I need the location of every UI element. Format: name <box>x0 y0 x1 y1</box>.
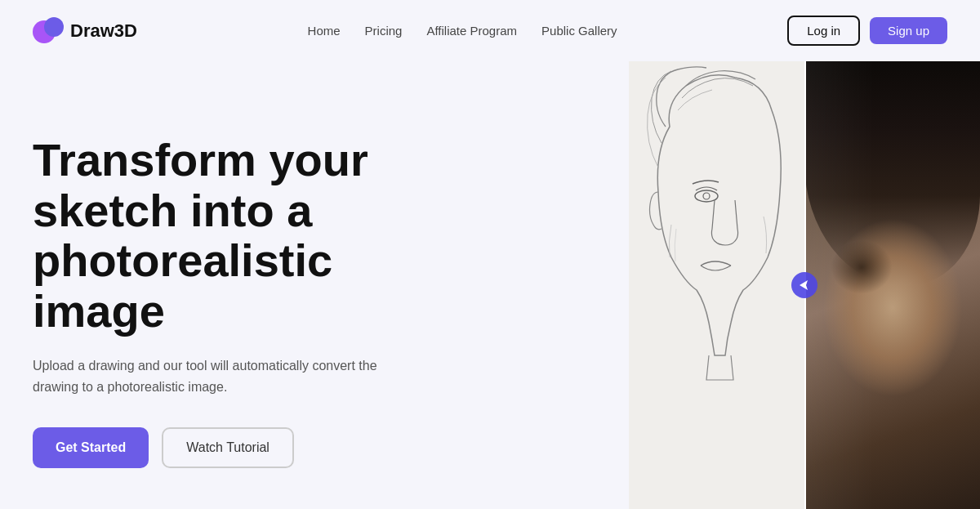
nav-gallery[interactable]: Public Gallery <box>541 24 617 38</box>
nav-affiliate[interactable]: Affiliate Program <box>426 24 517 38</box>
split-icon <box>791 272 817 298</box>
hero-buttons: Get Started Watch Tutorial <box>33 427 441 468</box>
hero-image <box>629 61 980 509</box>
signup-button[interactable]: Sign up <box>870 17 947 44</box>
get-started-button[interactable]: Get Started <box>33 427 149 468</box>
hero-subtitle: Upload a drawing and our tool will autom… <box>33 355 384 397</box>
login-button[interactable]: Log in <box>787 16 860 46</box>
hero-title: Transform your sketch into a photorealis… <box>33 135 441 336</box>
hero-image-split <box>629 61 980 509</box>
nav-actions: Log in Sign up <box>787 16 947 46</box>
svg-point-3 <box>703 193 710 199</box>
hero-section: Transform your sketch into a photorealis… <box>0 61 980 509</box>
navbar: Draw3D Home Pricing Affiliate Program Pu… <box>0 0 980 61</box>
logo-link[interactable]: Draw3D <box>33 16 137 47</box>
watch-tutorial-button[interactable]: Watch Tutorial <box>162 427 294 468</box>
nav-links: Home Pricing Affiliate Program Public Ga… <box>308 24 617 38</box>
sketch-side <box>629 61 804 509</box>
hero-content: Transform your sketch into a photorealis… <box>33 110 441 468</box>
photo-side <box>804 61 980 509</box>
nav-home[interactable]: Home <box>308 24 341 38</box>
svg-point-2 <box>695 190 718 202</box>
svg-point-1 <box>44 17 64 37</box>
nav-pricing[interactable]: Pricing <box>365 24 403 38</box>
face-sketch-svg <box>629 61 804 509</box>
logo-text: Draw3D <box>70 20 137 42</box>
logo-icon <box>33 16 64 47</box>
